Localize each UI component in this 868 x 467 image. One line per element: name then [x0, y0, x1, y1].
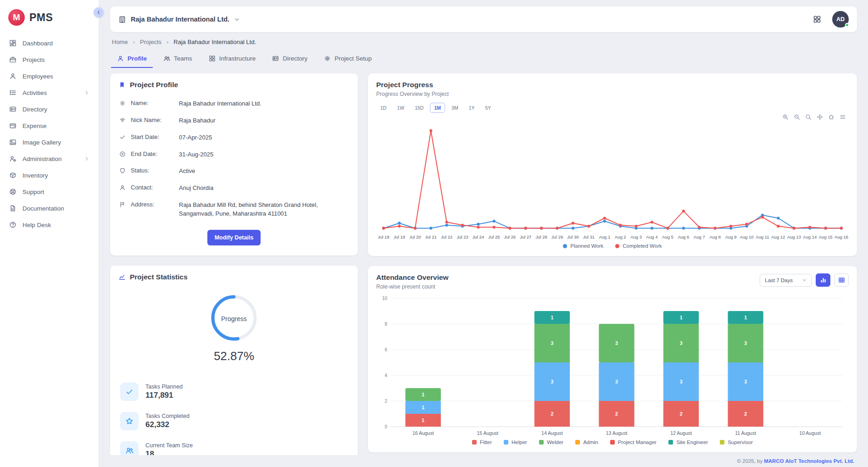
attendance-bar-chart[interactable]: 024681011116 August15 August233114 Augus… [376, 295, 849, 438]
legend-item-welder[interactable]: Welder [539, 439, 563, 445]
zoom-out-icon[interactable] [794, 114, 800, 120]
sidebar-item-dashboard[interactable]: Dashboard [0, 35, 99, 51]
profile-field-value: 31-Aug-2025 [179, 150, 349, 159]
table-view-toggle[interactable] [834, 273, 849, 287]
chevron-down-icon[interactable] [234, 17, 240, 22]
svg-text:Jul 24: Jul 24 [473, 234, 484, 239]
range-button-3m[interactable]: 3M [447, 103, 462, 113]
profile-field-label: Name: [131, 100, 174, 106]
svg-text:Jul 18: Jul 18 [378, 234, 389, 239]
svg-text:3: 3 [615, 340, 618, 346]
sidebar-item-documentation[interactable]: Documentation [0, 200, 99, 217]
sidebar-item-inventory[interactable]: Inventory [0, 167, 99, 183]
legend-item-site-engineer[interactable]: Site Engineer [668, 439, 708, 445]
sidebar-item-label: Help Desk [22, 222, 51, 228]
progress-line-chart[interactable]: Jul 18Jul 19Jul 20Jul 21Jul 22Jul 23Jul … [376, 120, 849, 241]
legend-item-supervisor[interactable]: Supervisor [720, 439, 753, 445]
legend-item-admin[interactable]: Admin [575, 439, 598, 445]
legend-swatch [575, 440, 580, 445]
legend-item-planned-work[interactable]: Planned Work [563, 243, 603, 249]
range-button-1m[interactable]: 1M [430, 103, 445, 113]
range-button-5y[interactable]: 5Y [481, 103, 495, 113]
chart-menu-icon[interactable] [840, 114, 846, 120]
pan-icon[interactable] [817, 114, 823, 120]
sidebar-item-image-gallery[interactable]: Image Gallery [0, 134, 99, 150]
sidebar-item-help-desk[interactable]: Help Desk [0, 217, 99, 233]
legend-item-project-manager[interactable]: Project Manager [610, 439, 657, 445]
range-button-1y[interactable]: 1Y [465, 103, 479, 113]
check-icon [120, 383, 139, 401]
breadcrumb-item-home[interactable]: Home [112, 39, 128, 45]
range-button-1d[interactable]: 1D [376, 103, 390, 113]
legend-item-completed-work[interactable]: Completed Work [615, 243, 662, 249]
image-icon [9, 139, 17, 146]
bar-view-toggle[interactable] [816, 273, 830, 287]
sidebar-item-expense[interactable]: Expense [0, 117, 99, 134]
user-icon [9, 72, 17, 80]
sidebar-item-support[interactable]: Support [0, 183, 99, 200]
svg-text:Jul 28: Jul 28 [535, 234, 547, 239]
legend-swatch [563, 244, 567, 248]
tab-label: Project Setup [334, 55, 372, 62]
modify-details-button[interactable]: Modify Details [207, 230, 261, 245]
svg-text:Jul 19: Jul 19 [394, 234, 405, 239]
legend-label: Supervisor [728, 439, 753, 445]
sidebar-item-label: Dashboard [22, 40, 53, 47]
app-logo[interactable]: M PMS [0, 6, 99, 35]
chart-toolbar [376, 114, 846, 120]
company-selector[interactable]: Raja Bahadur International Ltd. [131, 16, 229, 23]
profile-field-label: Nick Name: [131, 117, 174, 123]
svg-text:4: 4 [384, 373, 387, 378]
svg-text:16 August: 16 August [412, 430, 434, 436]
legend-label: Project Manager [618, 439, 657, 445]
tab-directory[interactable]: Directory [266, 50, 313, 68]
sidebar-collapse-button[interactable] [94, 7, 104, 17]
svg-text:3: 3 [680, 379, 683, 384]
tab-profile[interactable]: Profile [111, 50, 153, 68]
shield-icon [119, 167, 126, 174]
reset-axes-icon[interactable] [828, 114, 835, 120]
sidebar-item-projects[interactable]: Projects [0, 51, 99, 68]
sidebar-item-directory[interactable]: Directory [0, 101, 99, 117]
sidebar-item-label: Employees [22, 73, 53, 80]
svg-text:10 August: 10 August [799, 430, 821, 436]
breadcrumb-item-raja-bahadur-international-ltd: Raja Bahadur International Ltd. [173, 39, 256, 45]
svg-text:6: 6 [384, 347, 387, 352]
attendance-chart-legend: FitterHelperWelderAdminProject ManagerSi… [376, 438, 849, 445]
legend-item-fitter[interactable]: Fitter [472, 439, 492, 445]
range-button-15d[interactable]: 15D [411, 103, 428, 113]
profile-row-start-date: Start Date:07-Apr-2025 [118, 129, 350, 146]
user-avatar[interactable]: AD [832, 11, 849, 28]
breadcrumb-item-projects[interactable]: Projects [140, 39, 161, 45]
svg-text:1: 1 [680, 315, 683, 320]
tab-infrastructure[interactable]: Infrastructure [203, 50, 262, 68]
tab-project-setup[interactable]: Project Setup [318, 50, 378, 68]
project-profile-title: Project Profile [130, 81, 178, 89]
attendance-range-select[interactable]: Last 7 Days [760, 274, 812, 287]
apps-grid-icon[interactable] [813, 15, 821, 23]
footer-link[interactable]: MARCO AIoT Technologies Pvt. Ltd. [764, 458, 854, 464]
sidebar-item-administration[interactable]: Administration [0, 150, 99, 167]
profile-rows: Name:Raja Bahadur International Ltd.Nick… [118, 95, 350, 222]
sidebar: M PMS DashboardProjectsEmployeesActiviti… [0, 0, 99, 467]
attendance-title: Attendance Overview [376, 273, 449, 282]
zoom-in-icon[interactable] [782, 114, 789, 120]
sidebar-item-employees[interactable]: Employees [0, 68, 99, 84]
profile-row-nick-name: Nick Name:Raja Bahadur [118, 112, 350, 129]
svg-text:8: 8 [384, 322, 387, 327]
svg-text:Aug 8: Aug 8 [709, 234, 721, 239]
legend-swatch [472, 440, 477, 445]
sidebar-nav: DashboardProjectsEmployeesActivitiesDire… [0, 35, 99, 233]
profile-field-label: Contact: [131, 184, 174, 191]
legend-item-helper[interactable]: Helper [504, 439, 527, 445]
range-button-1w[interactable]: 1W [393, 103, 408, 113]
svg-text:Jul 26: Jul 26 [504, 234, 516, 239]
admin-icon [9, 155, 17, 162]
profile-row-address: Address:Raja Bahadur Mill Rd, behind She… [118, 197, 350, 222]
svg-text:2: 2 [744, 411, 747, 417]
bookmark-icon [118, 81, 126, 89]
zoom-select-icon[interactable] [805, 114, 812, 120]
range-selector: 1D1W15D1M3M1Y5Y [376, 103, 849, 113]
tab-teams[interactable]: Teams [157, 50, 198, 68]
sidebar-item-activities[interactable]: Activities [0, 84, 99, 101]
